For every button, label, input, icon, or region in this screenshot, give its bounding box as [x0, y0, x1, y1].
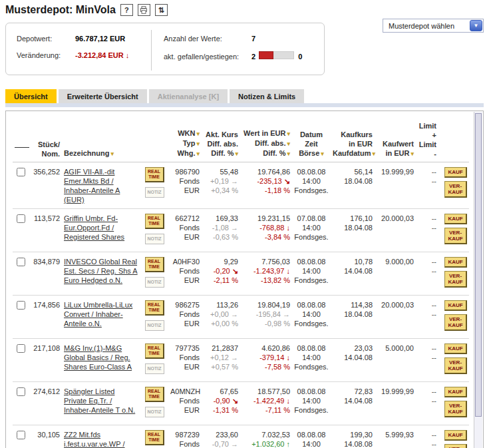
tab-erweiterte-übersicht[interactable]: Erweiterte Übersicht [59, 89, 147, 103]
value: 169,33 [204, 214, 238, 223]
down-arrow-icon: ↓ [126, 51, 130, 59]
sort-icon[interactable]: ▾ [287, 130, 290, 137]
kauf-button[interactable]: KAUF [444, 343, 467, 354]
verkauf-button[interactable]: VER-KAUF [444, 357, 467, 374]
verkauf-button[interactable]: VER-KAUF [444, 401, 467, 417]
sort-icon[interactable]: ▾ [235, 150, 238, 157]
sort-icon[interactable]: ▾ [196, 150, 200, 157]
security-name-link[interactable]: LiLux Umbrella-LiLux Convert / Inhaber-A… [64, 301, 132, 328]
limit-minus-value: -- [418, 266, 436, 276]
cell-select [13, 162, 29, 209]
value: 4.620,86 [242, 343, 290, 353]
realtime-badge[interactable]: REALTIME [145, 257, 164, 272]
scrollbar-thumb[interactable] [475, 113, 482, 417]
sort-icon[interactable]: ▾ [372, 150, 375, 157]
depot-select-dropdown-button[interactable]: ▼ [470, 20, 482, 31]
cell-wert: 19.764,86-235,13 ↘-1,18 % [240, 162, 292, 209]
cell-actions: KAUFVER-KAUF [438, 296, 469, 339]
sort-icon[interactable]: ▾ [110, 150, 114, 157]
tab-bar: ÜbersichtErweiterte ÜbersichtAktienanaly… [5, 89, 484, 103]
col-header-badges [140, 116, 168, 162]
row-select-checkbox[interactable] [17, 258, 25, 266]
realtime-badge[interactable]: REALTIME [145, 300, 164, 316]
notiz-badge[interactable]: NOTIZ [145, 234, 164, 244]
row-select-checkbox[interactable] [17, 344, 25, 353]
cell-limit: ---- [416, 296, 438, 339]
security-name-link[interactable]: INVESCO Global Real Est. Secs / Reg. Shs… [64, 258, 138, 284]
notiz-badge[interactable]: NOTIZ [145, 320, 164, 331]
kauf-button[interactable]: KAUF [444, 214, 467, 224]
row-select-checkbox[interactable] [17, 387, 25, 396]
diff-abs: +0,19 → [204, 176, 238, 186]
depot-select[interactable]: Musterdepot wählen ▼ [383, 19, 484, 33]
kauf-button[interactable]: KAUF [444, 300, 467, 311]
datum-value: 08.08.08 [294, 300, 329, 310]
tab-übersicht[interactable]: Übersicht [5, 89, 57, 103]
sort-icon[interactable]: ▾ [321, 150, 324, 157]
verkauf-button[interactable]: VER-KAUF [444, 181, 467, 198]
security-name-link[interactable]: M&G Inv.(1)-M&G Global Basics / Reg. Sha… [64, 344, 132, 371]
notiz-badge[interactable]: NOTIZ [145, 407, 164, 417]
sort-icon[interactable]: ▾ [410, 150, 414, 157]
sort-icon[interactable]: ▾ [196, 130, 200, 137]
realtime-badge[interactable]: REALTIME [145, 387, 164, 402]
diff-abs: +0,12 → [204, 353, 238, 362]
diff-abs: -379,14 ↓ [242, 353, 290, 362]
security-name-link[interactable]: Spängler Listed Private Eq.Tr. / Inhaber… [64, 387, 135, 414]
verkauf-button[interactable]: VER-KAUF [444, 271, 467, 288]
row-select-checkbox[interactable] [17, 214, 25, 223]
kauf-button[interactable]: KAUF [444, 167, 467, 178]
cell-wert: 18.577,50-1.422,49 ↓-7,11 % [240, 382, 292, 425]
cell-badges: REALTIMENOTIZ [140, 252, 168, 296]
refresh-button[interactable]: ⇅ [155, 4, 168, 16]
diff-abs: -0,20 ↘ [204, 266, 238, 276]
security-name-link[interactable]: Griffin Umbr. Fd-Eur.Opport.Fd / Registe… [64, 214, 124, 241]
sort-icon[interactable]: ▾ [287, 150, 290, 157]
realtime-badge[interactable]: REALTIME [145, 430, 164, 445]
row-select-checkbox[interactable] [17, 301, 25, 310]
tab-notizen-limits[interactable]: Notizen & Limits [230, 89, 304, 103]
kaufdatum-value: 14.08.08 [333, 439, 373, 448]
cell-wkn: 797735FondsEUR [168, 339, 202, 382]
value: 7.756,03 [242, 257, 290, 266]
datum-value: 07.08.08 [294, 214, 329, 223]
print-button[interactable] [138, 4, 150, 16]
col-header-name: Bezeichnung▾ [62, 116, 140, 162]
row-select-checkbox[interactable] [17, 168, 25, 176]
row-select-checkbox[interactable] [17, 431, 25, 439]
notiz-badge[interactable]: NOTIZ [145, 277, 164, 288]
diff-abs: -0,90 ↘ [204, 396, 238, 405]
realtime-badge[interactable]: REALTIME [145, 214, 164, 229]
diff-abs: +1.032,60 ↑ [242, 439, 290, 448]
realtime-badge[interactable]: REALTIME [145, 343, 164, 359]
help-button[interactable]: ? [120, 4, 133, 16]
whg-value: EUR [170, 232, 200, 242]
wkn-value: 986275 [170, 300, 200, 310]
kauf-button[interactable]: KAUF [444, 430, 467, 441]
typ-value: Fonds [170, 439, 200, 448]
value: 18.577,50 [242, 387, 290, 396]
vertical-scrollbar[interactable] [474, 112, 482, 448]
kauf-button[interactable]: KAUF [444, 387, 467, 397]
depot-summary-box: Depotwert: 96.787,12 EUR Veränderung: -3… [5, 23, 325, 75]
cell-select [13, 425, 29, 448]
col-header-label: in EUR [385, 149, 409, 157]
kauf-button[interactable]: KAUF [444, 257, 467, 268]
notiz-badge[interactable]: NOTIZ [145, 187, 164, 198]
diff-abs: -0,70 → [204, 439, 238, 448]
sort-icon[interactable]: ▾ [196, 140, 200, 147]
tab-aktienanalyse-k: Aktienanalyse [K] [149, 89, 228, 103]
verkauf-button[interactable]: VER-KAUF [444, 314, 467, 331]
cell-datum: 08.08.0814:00Fondsges. [292, 296, 331, 339]
security-name-link[interactable]: AGIF VII-All.-dit Emer.Mkts Bd / Inhaber… [64, 168, 120, 204]
security-name-link[interactable]: ZZ2 Mit.fds i.fest.u.var.ve.WP / Inh.-An… [64, 431, 125, 448]
verkauf-button[interactable]: VER-KAUF [444, 444, 467, 448]
limit-plus-value: -- [418, 214, 436, 223]
sort-icon[interactable]: ▾ [287, 140, 290, 147]
realtime-badge[interactable]: REALTIME [145, 167, 164, 182]
verkauf-button[interactable]: VER-KAUF [444, 228, 467, 244]
cell-select [13, 382, 29, 425]
cell-select [13, 296, 29, 339]
notiz-badge[interactable]: NOTIZ [145, 363, 164, 374]
whg-value: EUR [170, 186, 200, 195]
